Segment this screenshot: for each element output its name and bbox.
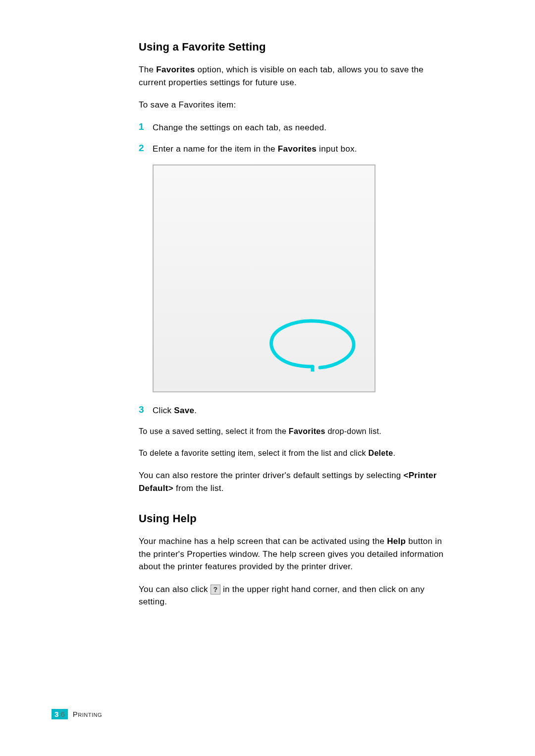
para-use-saved: To use a saved setting, select it from t… [139,426,446,437]
step-1: 1 Change the settings on each tab, as ne… [139,121,446,134]
text-frag: Click [153,406,174,415]
footer-chapter-badge: 3.6 [52,709,68,719]
step-text: Enter a name for the item in the Favorit… [153,143,357,156]
step-text: Change the settings on each tab, as need… [153,121,326,134]
text-frag: The [139,65,156,74]
text-frag: . [194,406,197,415]
screenshot-placeholder [153,164,375,392]
text-frag: . [393,449,395,457]
text-frag: Your machine has a help screen that can … [139,537,387,546]
text-bold-save: Save [174,406,194,415]
text-frag: from the list. [173,484,224,493]
help-question-icon: ? [211,585,220,594]
text-frag: Enter a name for the item in the [153,144,278,154]
para-restore-default: You can also restore the printer driver'… [139,469,446,494]
para-favorites-intro: The Favorites option, which is visible o… [139,63,446,89]
step-number: 3 [139,404,153,417]
step-number: 2 [139,143,153,156]
text-bold-favorites: Favorites [278,144,317,154]
page-footer: 3.6 Printing [52,709,102,719]
step-3: 3 Click Save. [139,404,446,417]
text-frag: To delete a favorite setting item, selec… [139,449,369,457]
text-bold-help: Help [387,537,406,546]
text-bold-favorites: Favorites [289,427,325,435]
text-frag: You can also click [139,585,211,594]
section-heading-favorite: Using a Favorite Setting [139,41,446,54]
text-frag: To use a saved setting, select it from t… [139,427,289,435]
para-help-intro: Your machine has a help screen that can … [139,535,446,573]
step-2: 2 Enter a name for the item in the Favor… [139,143,446,156]
step-number: 1 [139,121,153,134]
para-to-save: To save a Favorites item: [139,99,446,111]
para-delete-favorite: To delete a favorite setting item, selec… [139,447,446,459]
footer-section-title: Printing [73,710,102,718]
annotation-circle-icon [266,317,360,372]
text-bold-favorites: Favorites [156,65,195,74]
step-text: Click Save. [153,404,197,417]
footer-page-number: .6 [58,710,65,718]
para-help-click: You can also click ? in the upper right … [139,583,446,608]
text-frag: You can also restore the printer driver'… [139,471,404,480]
text-frag: drop-down list. [325,427,381,435]
text-bold-delete: Delete [369,449,393,457]
section-heading-help: Using Help [139,512,446,525]
text-frag: input box. [317,144,357,154]
